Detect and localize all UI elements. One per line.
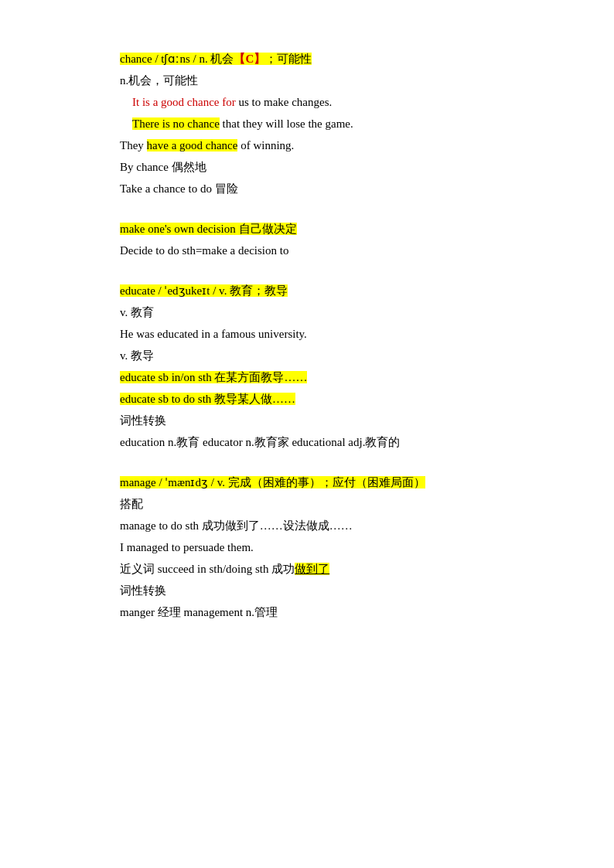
make-decision-section: make one's own decision 自己做决定 Decide to … xyxy=(120,220,568,260)
chance-example3-start: They xyxy=(120,139,147,151)
chance-take-text: Take a chance to do 冒险 xyxy=(120,182,238,195)
chance-example3-highlight: have a good chance xyxy=(147,139,238,151)
manage-morphology: manger 经理 management n.管理 xyxy=(120,603,568,621)
chance-bracket: 【C】 xyxy=(234,53,265,65)
decide-line: Decide to do sth=make a decision to xyxy=(120,241,568,260)
chance-example3: They have a good chance of winning. xyxy=(120,136,568,155)
manage-phrase1: manage to do sth 成功做到了……设法做成…… xyxy=(120,516,568,535)
manage-phrase1-text: manage to do sth 成功做到了……设法做成…… xyxy=(120,519,353,532)
chance-header-text: chance / tʃɑːns / n. 机会【C】；可能性 xyxy=(120,53,312,65)
educate-morphology-text: education n.教育 educator n.教育家 educationa… xyxy=(120,436,400,448)
educate-phrase2: educate sb to do sth 教导某人做…… xyxy=(120,390,568,408)
educate-pos2-text: v. 教导 xyxy=(120,349,154,362)
educate-phrase2-text: educate sb to do sth 教导某人做…… xyxy=(120,393,295,405)
chance-take: Take a chance to do 冒险 xyxy=(120,179,568,198)
educate-example1: He was educated in a famous university. xyxy=(120,325,568,343)
chance-example2-highlight: There is no chance xyxy=(132,117,220,130)
chance-by-chance: By chance 偶然地 xyxy=(120,158,568,176)
educate-pos1-text: v. 教育 xyxy=(120,306,154,318)
chance-example3-end: of winning. xyxy=(237,139,294,151)
chance-by-chance-text: By chance 偶然地 xyxy=(120,161,206,173)
manage-morphology-label-text: 词性转换 xyxy=(120,584,166,597)
manage-morphology-label: 词性转换 xyxy=(120,581,568,600)
educate-pos1: v. 教育 xyxy=(120,303,568,322)
educate-phrase1-text: educate sb in/on sth 在某方面教导…… xyxy=(120,371,307,383)
educate-header-text: educate / ˈedʒukeɪt / v. 教育；教导 xyxy=(120,284,288,297)
manage-header-text: manage / ˈmænɪdʒ / v. 完成（困难的事）；应付（困难局面） xyxy=(120,476,425,488)
chance-example1-highlight: It is a good chance for xyxy=(132,96,236,108)
chance-rest: ；可能性 xyxy=(265,53,312,65)
manage-synonym: 近义词 succeed in sth/doing sth 成功做到了 xyxy=(120,560,568,578)
chance-section: chance / tʃɑːns / n. 机会【C】；可能性 n.机会，可能性 … xyxy=(120,49,568,198)
manage-header: manage / ˈmænɪdʒ / v. 完成（困难的事）；应付（困难局面） xyxy=(120,473,568,492)
educate-morphology-label-text: 词性转换 xyxy=(120,414,166,427)
chance-example1: It is a good chance for us to make chang… xyxy=(120,93,568,111)
make-decision-header-text: make one's own decision 自己做决定 xyxy=(120,223,297,235)
educate-header: educate / ˈedʒukeɪt / v. 教育；教导 xyxy=(120,281,568,300)
chance-header: chance / tʃɑːns / n. 机会【C】；可能性 xyxy=(120,49,568,68)
decide-text: Decide to do sth=make a decision to xyxy=(120,244,288,257)
educate-phrase1: educate sb in/on sth 在某方面教导…… xyxy=(120,368,568,386)
educate-morphology-label: 词性转换 xyxy=(120,411,568,430)
manage-morphology-text: manger 经理 management n.管理 xyxy=(120,606,278,618)
educate-section: educate / ˈedʒukeɪt / v. 教育；教导 v. 教育 He … xyxy=(120,281,568,451)
chance-example2: There is no chance that they will lose t… xyxy=(120,114,568,133)
manage-example1: I managed to persuade them. xyxy=(120,538,568,557)
manage-synonym-before: 近义词 succeed in sth/doing sth 成功 xyxy=(120,563,295,575)
make-decision-header: make one's own decision 自己做决定 xyxy=(120,220,568,238)
manage-collocation-label-text: 搭配 xyxy=(120,498,143,510)
manage-synonym-highlight: 做到了 xyxy=(295,563,329,575)
manage-example1-text: I managed to persuade them. xyxy=(120,541,254,553)
manage-collocation-label: 搭配 xyxy=(120,495,568,513)
educate-example1-text: He was educated in a famous university. xyxy=(120,328,307,340)
chance-word: chance / tʃɑːns / n. 机会 xyxy=(120,53,234,65)
manage-section: manage / ˈmænɪdʒ / v. 完成（困难的事）；应付（困难局面） … xyxy=(120,473,568,621)
chance-example2-rest: that they will lose the game. xyxy=(220,117,353,130)
educate-pos2: v. 教导 xyxy=(120,346,568,365)
chance-example1-rest: us to make changes. xyxy=(236,96,333,108)
chance-pos1: n.机会，可能性 xyxy=(120,71,568,90)
chance-pos-text: n.机会，可能性 xyxy=(120,74,198,87)
educate-morphology: education n.教育 educator n.教育家 educationa… xyxy=(120,433,568,451)
